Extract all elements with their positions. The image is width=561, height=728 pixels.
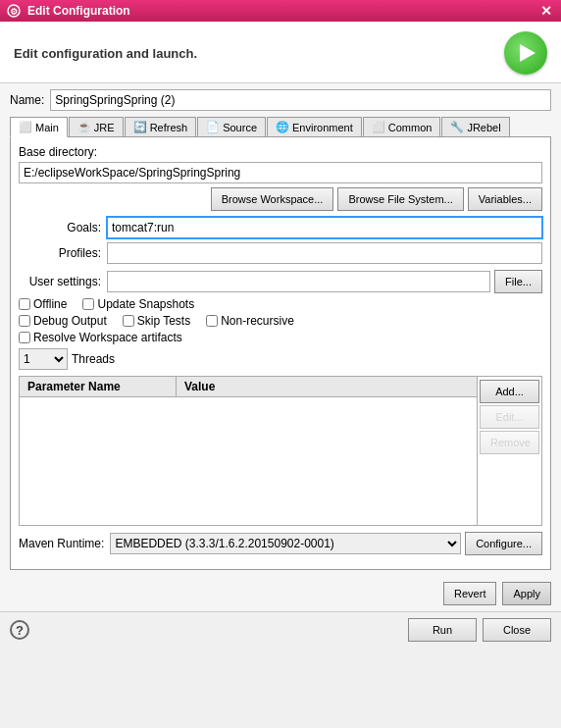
tab-environment[interactable]: 🌐 Environment — [267, 117, 362, 136]
jrebel-tab-icon: 🔧 — [450, 121, 464, 133]
main-tab-icon: ⬜ — [19, 121, 32, 133]
parameter-table: Parameter Name Value — [20, 377, 478, 525]
footer-right: Run Close — [408, 618, 551, 642]
edit-button[interactable]: Edit... — [480, 405, 539, 429]
skip-tests-checkbox-label[interactable]: Skip Tests — [123, 314, 190, 328]
offline-checkbox-label[interactable]: Offline — [19, 297, 67, 311]
user-settings-row: User settings: File... — [19, 270, 542, 293]
tabs-bar: ⬜ Main ☕ JRE 🔄 Refresh 📄 Source 🌐 Enviro… — [10, 117, 551, 137]
header-area: Edit configuration and launch. — [0, 22, 561, 83]
header-subtitle: Edit configuration and launch. — [14, 46, 197, 61]
resolve-workspace-checkbox[interactable] — [19, 332, 30, 343]
run-triangle — [520, 44, 536, 62]
threads-row: 1 2 4 8 Threads — [19, 348, 542, 370]
base-directory-row — [19, 162, 542, 183]
skip-tests-checkbox[interactable] — [123, 315, 134, 327]
goals-row: Goals: — [19, 217, 542, 238]
help-icon[interactable]: ? — [10, 620, 29, 640]
profiles-label: Profiles: — [19, 246, 107, 260]
configure-button[interactable]: Configure... — [465, 532, 542, 555]
tab-common[interactable]: ⬜ Common — [363, 117, 441, 136]
skip-tests-label: Skip Tests — [137, 314, 190, 328]
maven-runtime-select[interactable]: EMBEDDED (3.3.3/1.6.2.20150902-0001) — [110, 533, 461, 554]
table-header: Parameter Name Value — [20, 377, 477, 397]
main-content: Name: ⬜ Main ☕ JRE 🔄 Refresh 📄 Source 🌐 … — [0, 83, 561, 576]
user-settings-label: User settings: — [19, 275, 107, 288]
table-action-buttons: Add... Edit... Remove — [478, 377, 541, 525]
maven-runtime-label: Maven Runtime: — [19, 537, 104, 550]
user-settings-input[interactable] — [107, 271, 490, 292]
resolve-workspace-label: Resolve Workspace artifacts — [33, 331, 182, 344]
title-bar: ⚙ Edit Configuration ✕ — [0, 0, 561, 22]
tab-source[interactable]: 📄 Source — [197, 117, 266, 136]
tab-jrebel[interactable]: 🔧 JRebel — [441, 117, 509, 136]
name-row: Name: — [10, 89, 551, 111]
checkbox-row-3: Resolve Workspace artifacts — [19, 331, 542, 344]
variables-button[interactable]: Variables... — [468, 187, 542, 211]
table-body — [20, 397, 477, 525]
browse-workspace-button[interactable]: Browse Workspace... — [211, 187, 334, 211]
goals-label: Goals: — [19, 221, 107, 234]
tab-content-main: Base directory: Browse Workspace... Brow… — [10, 137, 551, 570]
offline-checkbox[interactable] — [19, 298, 30, 310]
base-directory-input[interactable] — [19, 162, 542, 183]
run-icon-button[interactable] — [504, 31, 547, 75]
profiles-input[interactable] — [107, 242, 542, 264]
update-snapshots-checkbox[interactable] — [82, 298, 94, 310]
browse-buttons: Browse Workspace... Browse File System..… — [19, 187, 542, 211]
name-input[interactable] — [50, 89, 551, 111]
update-snapshots-label: Update Snapshots — [97, 297, 194, 311]
tab-main[interactable]: ⬜ Main — [10, 117, 68, 137]
name-label: Name: — [10, 93, 44, 107]
offline-label: Offline — [33, 297, 67, 311]
tab-jre[interactable]: ☕ JRE — [69, 117, 124, 136]
add-button[interactable]: Add... — [480, 380, 539, 403]
checkbox-row-2: Debug Output Skip Tests Non-recursive — [19, 314, 542, 328]
apply-button[interactable]: Apply — [502, 582, 551, 605]
dialog-footer: ? Run Close — [0, 611, 561, 648]
browse-file-system-button[interactable]: Browse File System... — [337, 187, 463, 211]
jre-tab-icon: ☕ — [77, 121, 91, 133]
bottom-buttons: Revert Apply — [0, 576, 561, 611]
close-button[interactable]: Close — [483, 618, 551, 642]
profiles-row: Profiles: — [19, 242, 542, 264]
table-header-param-name: Parameter Name — [20, 377, 177, 396]
title-bar-title: Edit Configuration — [27, 4, 537, 18]
refresh-tab-icon: 🔄 — [133, 121, 147, 133]
debug-output-checkbox[interactable] — [19, 315, 30, 327]
threads-select[interactable]: 1 2 4 8 — [19, 348, 68, 370]
debug-output-checkbox-label[interactable]: Debug Output — [19, 314, 107, 328]
run-button[interactable]: Run — [408, 618, 477, 642]
remove-button[interactable]: Remove — [480, 431, 539, 454]
revert-button[interactable]: Revert — [443, 582, 496, 605]
tab-refresh[interactable]: 🔄 Refresh — [125, 117, 197, 136]
threads-label: Threads — [72, 352, 115, 366]
checkboxes-area: Offline Update Snapshots Debug Output Sk… — [19, 297, 542, 344]
resolve-workspace-checkbox-label[interactable]: Resolve Workspace artifacts — [19, 331, 182, 344]
table-header-value: Value — [177, 377, 477, 396]
parameter-table-area: Parameter Name Value Add... Edit... Remo… — [19, 376, 542, 526]
non-recursive-label: Non-recursive — [221, 314, 294, 328]
env-tab-icon: 🌐 — [276, 121, 289, 133]
svg-text:⚙: ⚙ — [10, 7, 18, 17]
checkbox-row-1: Offline Update Snapshots — [19, 297, 542, 311]
goals-input[interactable] — [107, 217, 542, 238]
debug-output-label: Debug Output — [33, 314, 107, 328]
title-bar-icon: ⚙ — [6, 3, 22, 19]
close-icon[interactable]: ✕ — [537, 2, 555, 20]
common-tab-icon: ⬜ — [372, 121, 385, 133]
maven-runtime-row: Maven Runtime: EMBEDDED (3.3.3/1.6.2.201… — [19, 532, 542, 555]
source-tab-icon: 📄 — [206, 121, 220, 133]
file-button[interactable]: File... — [494, 270, 542, 293]
non-recursive-checkbox-label[interactable]: Non-recursive — [206, 314, 294, 328]
base-directory-label: Base directory: — [19, 145, 542, 159]
non-recursive-checkbox[interactable] — [206, 315, 218, 327]
update-snapshots-checkbox-label[interactable]: Update Snapshots — [82, 297, 194, 311]
